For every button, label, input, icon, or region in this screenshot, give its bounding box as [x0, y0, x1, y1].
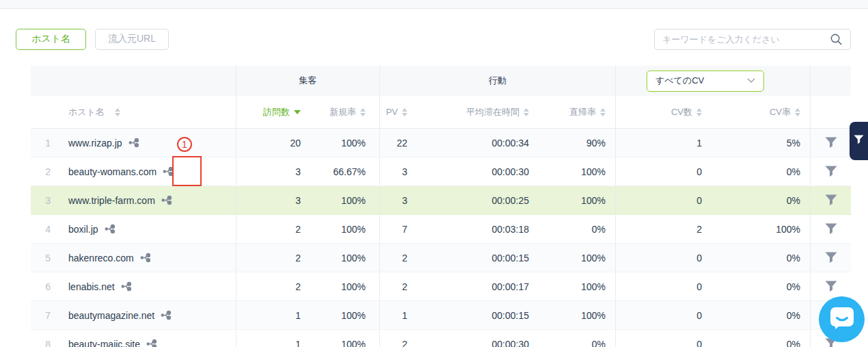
new-rate-value: 100%: [314, 301, 379, 329]
row-rank: 7: [31, 301, 55, 329]
avg-time-value: 00:00:30: [417, 157, 554, 185]
host-name: hakenreco.com: [68, 253, 134, 264]
cv-rate-value: 0%: [714, 272, 810, 300]
avg-time-value: 00:00:30: [417, 330, 554, 347]
avg-time-header-label: 平均滞在時間: [466, 106, 519, 118]
tab-referrer-url[interactable]: 流入元URL: [95, 29, 169, 50]
visits-column-header[interactable]: 訪問数: [236, 96, 314, 128]
new-rate-value: 100%: [314, 244, 379, 272]
pv-value: 3: [379, 186, 417, 214]
cv-rate-value: 0%: [714, 244, 810, 272]
bounce-value: 100%: [554, 272, 615, 300]
chat-bubble-icon: [830, 307, 854, 333]
row-filter-button[interactable]: [810, 244, 851, 272]
visits-value: 20: [236, 129, 314, 157]
table-row[interactable]: 1 www.rizap.jp 20 100% 22 00:00:34 90% 1…: [31, 129, 851, 157]
avg-time-value: 00:03:18: [417, 215, 554, 243]
share-icon[interactable]: [161, 310, 172, 320]
visits-value: 2: [236, 215, 314, 243]
visits-value: 2: [236, 272, 314, 300]
new-rate-value: 100%: [314, 215, 379, 243]
visits-value: 3: [236, 157, 314, 185]
cv-filter-value: すべてのCV: [655, 75, 704, 87]
group-host-spacer: [31, 66, 236, 96]
cv-filter-dropdown[interactable]: すべてのCV: [647, 70, 764, 92]
table-row[interactable]: 6 lenabis.net 2 100% 2 00:00:17 100% 0 0…: [31, 272, 851, 301]
cv-count-value: 0: [615, 157, 714, 185]
cv-rate-value: 0%: [714, 330, 810, 347]
rank-header: [31, 96, 55, 128]
cv-rate-column-header[interactable]: CV率: [714, 96, 810, 128]
cv-count-column-header[interactable]: CV数: [615, 96, 714, 128]
new-rate-value: 100%: [314, 272, 379, 300]
table-row[interactable]: 3 www.triple-farm.com 3 100% 3 00:00:25 …: [31, 186, 851, 215]
annotation-highlight-box: [172, 156, 202, 186]
table-row[interactable]: 5 hakenreco.com 2 100% 2 00:00:15 100% 0…: [31, 244, 851, 272]
bounce-column-header[interactable]: 直帰率: [554, 96, 615, 128]
avg-time-value: 00:00:34: [417, 129, 554, 157]
pv-value: 2: [379, 244, 417, 272]
table-row[interactable]: 7 beautymagazine.net 1 100% 1 00:00:15 1…: [31, 301, 851, 330]
cv-count-value: 0: [615, 301, 714, 329]
sort-icon[interactable]: [600, 108, 606, 116]
hosts-table: 集客 行動 すべてのCV ホスト名 訪問数 新規率: [31, 66, 851, 347]
row-rank: 6: [31, 272, 55, 300]
cv-rate-value: 0%: [714, 157, 810, 185]
search-input[interactable]: [662, 34, 830, 44]
host-name: beauty-womans.com: [68, 166, 157, 177]
share-icon[interactable]: [146, 339, 158, 347]
share-icon[interactable]: [161, 195, 173, 205]
pv-value: 2: [379, 272, 417, 300]
new-rate-value: 100%: [314, 129, 379, 157]
row-filter-button[interactable]: [810, 186, 851, 214]
pv-value: 7: [379, 215, 417, 243]
share-icon[interactable]: [128, 138, 140, 148]
row-rank: 5: [31, 244, 55, 272]
host-cell: www.triple-farm.com: [55, 186, 236, 214]
host-cell: beauty-womans.com: [55, 157, 236, 185]
pv-column-header[interactable]: PV: [379, 96, 417, 128]
cv-rate-header-label: CV率: [770, 106, 791, 118]
filter-column-header: [810, 96, 851, 128]
bounce-value: 0%: [554, 330, 615, 347]
search-box[interactable]: [654, 29, 851, 50]
cv-count-value: 0: [615, 272, 714, 300]
sort-icon[interactable]: [696, 108, 702, 116]
row-rank: 8: [31, 330, 55, 347]
table-row[interactable]: 8 beauty-majic.site 1 100% 2 00:00:30 0%…: [31, 330, 851, 347]
cv-rate-value: 0%: [714, 186, 810, 214]
sort-icon[interactable]: [360, 108, 366, 116]
new-rate-column-header[interactable]: 新規率: [314, 96, 379, 128]
bounce-value: 100%: [554, 244, 615, 272]
sort-icon[interactable]: [524, 108, 529, 116]
share-icon[interactable]: [121, 281, 133, 292]
share-icon[interactable]: [140, 253, 152, 263]
table-row[interactable]: 2 beauty-womans.com 3 66.67% 3 00:00:30 …: [31, 157, 851, 186]
avg-time-value: 00:00:15: [417, 301, 554, 329]
sort-icon[interactable]: [115, 108, 120, 116]
row-filter-button[interactable]: [810, 215, 851, 243]
cv-count-header-label: CV数: [671, 106, 692, 118]
host-name: www.rizap.jp: [68, 138, 122, 149]
row-filter-button[interactable]: [810, 157, 851, 185]
share-icon[interactable]: [105, 224, 116, 234]
tab-host-name[interactable]: ホスト名: [16, 29, 86, 50]
row-filter-button[interactable]: [810, 129, 851, 157]
group-cv: すべてのCV: [615, 66, 810, 96]
chat-launcher-button[interactable]: [819, 296, 865, 342]
new-rate-value: 100%: [314, 186, 379, 214]
cv-count-value: 2: [615, 215, 714, 243]
filter-panel-tab[interactable]: [850, 122, 868, 160]
avg-time-value: 00:00:25: [417, 186, 554, 214]
avg-time-column-header[interactable]: 平均滞在時間: [417, 96, 554, 128]
new-rate-header-label: 新規率: [329, 106, 356, 118]
host-cell: beauty-majic.site: [55, 330, 236, 347]
table-row[interactable]: 4 boxil.jp 2 100% 7 00:03:18 0% 2 100%: [31, 215, 851, 244]
sort-desc-icon[interactable]: [294, 110, 301, 114]
sort-icon[interactable]: [795, 108, 800, 116]
visits-value: 3: [236, 186, 314, 214]
search-icon[interactable]: [830, 33, 843, 46]
avg-time-value: 00:00:15: [417, 244, 554, 272]
host-column-header[interactable]: ホスト名: [55, 96, 236, 128]
sort-icon[interactable]: [402, 108, 407, 116]
